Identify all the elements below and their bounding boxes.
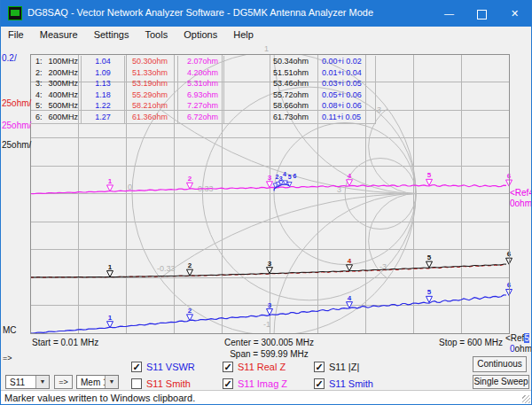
marker-number: 4: [348, 294, 352, 302]
checkbox-box[interactable]: ✓: [223, 378, 233, 389]
marker-triangle-icon: [347, 265, 353, 271]
table-row: 1:100MHz 1.04 50.30ohm 2.07ohm 50.34ohm …: [30, 56, 376, 67]
marker-triangle-icon: [426, 179, 433, 185]
marker-triangle-icon: [187, 183, 193, 189]
marker-triangle-icon: [347, 180, 353, 186]
table-row: 6:600MHz 1.27 61.36ohm 6.72ohm 61.73ohm …: [30, 112, 376, 123]
marker-triangle-icon: [287, 183, 292, 187]
marker-triangle-icon: [107, 185, 113, 191]
svg-text:-1: -1: [263, 320, 270, 329]
scale-z: 25ohm/: [2, 140, 31, 150]
marker-triangle-icon: [267, 268, 273, 274]
svg-text:1: 1: [264, 44, 269, 53]
checkbox-box[interactable]: ✓: [314, 362, 325, 372]
checkbox-box[interactable]: [131, 378, 142, 389]
marker-number: 3: [268, 260, 272, 268]
resize-grip[interactable]: [522, 395, 530, 403]
marker-number: 2: [188, 261, 192, 269]
sweep-span: Span = 599.99 MHz: [205, 349, 333, 359]
sweep-start: Start = 0.01 MHz: [32, 338, 98, 347]
sweep-stop: Stop = 600 MHz: [379, 338, 503, 347]
marker-triangle-icon: [187, 269, 193, 276]
app-window: DG8SAQ - Vector Network Analyzer Softwar…: [0, 0, 532, 405]
marker-number: 1: [108, 314, 113, 322]
svg-text:-0.33: -0.33: [157, 264, 176, 273]
s11-combo[interactable]: S11 ▼: [5, 375, 50, 389]
checkbox-label: S11 |Z|: [329, 362, 359, 372]
marker-number: 4: [283, 171, 286, 177]
sweep-center: Center = 300.005 MHz: [205, 338, 333, 347]
mc-label: MC: [3, 325, 17, 335]
scale-imagz: 25ohm/: [2, 121, 31, 130]
trace-s11-imag-z: [30, 185, 506, 194]
scale-realz: 25ohm/: [2, 98, 31, 108]
table-row: 3:300MHz 1.13 53.19ohm 5.31ohm 53.46ohm …: [30, 78, 376, 90]
marker-number: 5: [427, 288, 432, 296]
checkbox-box[interactable]: ✓: [314, 378, 325, 389]
marker-number: 5: [427, 171, 432, 179]
mini-arrow-label: =>: [3, 354, 12, 362]
marker-number: 4: [348, 172, 352, 180]
svg-text:3: 3: [377, 105, 381, 114]
marker-number: 3: [268, 301, 272, 309]
table-row: 2:200MHz 1.09 51.33ohm 4.20ohm 51.51ohm …: [30, 67, 376, 79]
checkbox-label: S11 Imag Z: [238, 378, 287, 389]
checkbox-box[interactable]: ✓: [131, 362, 142, 372]
checkbox-label: S11 Smith: [329, 378, 373, 389]
checkbox-label: S11 Smith: [146, 378, 191, 389]
marker-number: 6: [293, 173, 297, 179]
checkbox-box[interactable]: ✓: [223, 362, 233, 372]
mem-combo[interactable]: Mem 1 ▼: [76, 375, 119, 389]
status-text: Marker values written to Windows clipboa…: [4, 393, 195, 403]
checkbox-label: S11 VSWR: [146, 362, 195, 372]
marker-triangle-icon: [267, 182, 273, 188]
marker-number: 5: [427, 253, 432, 261]
status-bar: Marker values written to Windows clipboa…: [1, 390, 531, 405]
marker-number: 2: [188, 175, 192, 183]
marker-triangle-icon: [107, 271, 113, 277]
marker-number: 1: [108, 263, 113, 271]
single-sweep-button[interactable]: Single Sweep: [473, 375, 529, 389]
marker-number: 2: [188, 307, 192, 315]
chevron-down-icon[interactable]: ▼: [35, 376, 49, 388]
scale-vswr: 0.2/: [2, 53, 17, 63]
ref-label-imagz: <Ref40ohm: [510, 188, 532, 209]
ref-label-z: <Ref5 0ohm: [505, 333, 532, 354]
marker-number: 1: [108, 177, 113, 185]
continuous-button[interactable]: Continuous: [473, 356, 527, 372]
marker-triangle-icon: [107, 322, 113, 328]
checkbox-label: S11 Real Z: [238, 362, 286, 372]
marker-table: 1:100MHz 1.04 50.30ohm 2.07ohm 50.34ohm …: [30, 56, 376, 124]
table-row: 5:500MHz 1.22 58.21ohm 7.27ohm 58.66ohm …: [30, 100, 376, 112]
marker-number: 3: [268, 174, 272, 182]
marker-number: 5: [288, 174, 292, 180]
marker-triangle-icon: [426, 261, 433, 268]
chevron-down-icon[interactable]: ▼: [105, 376, 118, 388]
transfer-button[interactable]: =>: [54, 375, 73, 389]
table-row: 4:400MHz 1.18 55.29ohm 6.93ohm 55.72ohm …: [30, 90, 376, 101]
marker-number: 4: [348, 257, 352, 265]
